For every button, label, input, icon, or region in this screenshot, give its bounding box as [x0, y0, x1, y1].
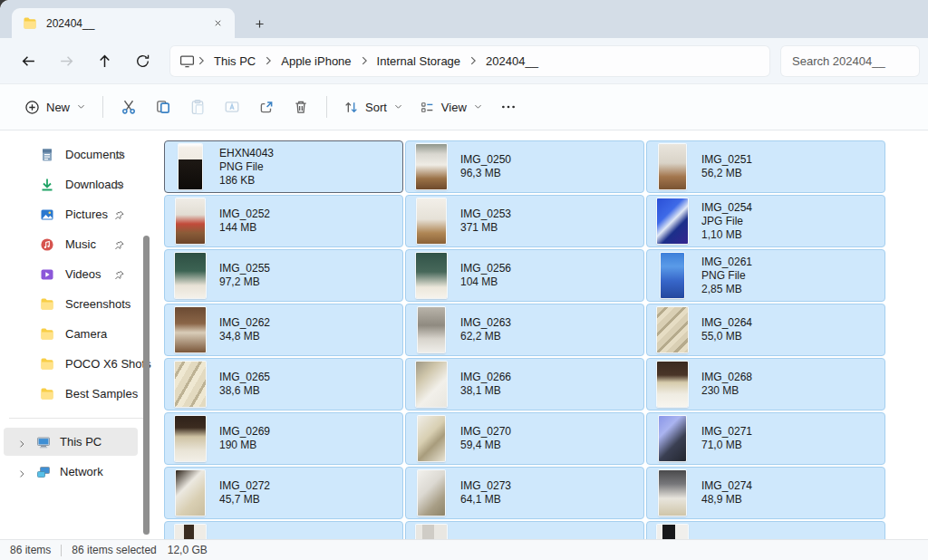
chevron-right-icon[interactable]	[16, 467, 27, 478]
file-tile-IMG_0269[interactable]: IMG_0269190 MB	[164, 412, 403, 465]
sidebar-item-videos[interactable]: Videos	[4, 259, 149, 289]
file-info: IMG_025096,3 MB	[460, 153, 511, 180]
thumbnail-image	[659, 144, 686, 189]
sidebar-scrollbar[interactable]	[143, 236, 150, 535]
breadcrumb-item[interactable]: Apple iPhone	[275, 51, 357, 72]
file-thumbnail	[172, 144, 208, 189]
sidebar-item-downloads[interactable]: Downloads	[4, 169, 149, 199]
file-tile-IMG_0253[interactable]: IMG_0253371 MB	[405, 195, 644, 247]
thumbnail-image	[176, 470, 205, 516]
file-tile-IMG_0263[interactable]: IMG_026362,2 MB	[405, 304, 644, 356]
file-tile-IMG_0256[interactable]: IMG_0256104 MB	[405, 249, 644, 302]
file-tile-partial[interactable]	[164, 521, 403, 539]
selected-count: 86 items selected	[72, 544, 156, 556]
thumbnail-image	[418, 470, 445, 516]
videos-icon	[40, 267, 54, 282]
breadcrumb-item[interactable]: This PC	[208, 51, 262, 72]
file-name: IMG_0272	[219, 479, 270, 493]
chevron-right-icon[interactable]	[16, 437, 27, 448]
paste-button[interactable]	[180, 91, 215, 123]
file-tile-IMG_0251[interactable]: IMG_025156,2 MB	[646, 140, 885, 193]
sidebar-item-best-samples[interactable]: Best Samples	[4, 379, 149, 409]
more-options-button[interactable]	[491, 91, 526, 123]
explorer-tab[interactable]: 202404__	[12, 8, 235, 38]
folder-icon	[23, 16, 37, 31]
refresh-button[interactable]	[127, 45, 158, 76]
file-tile-IMG_0273[interactable]: IMG_027364,1 MB	[405, 467, 644, 519]
breadcrumb-item[interactable]: Internal Storage	[371, 51, 468, 72]
folder-icon	[40, 387, 54, 401]
cut-button[interactable]	[111, 91, 146, 123]
file-type: PNG File	[219, 160, 274, 174]
file-thumbnail	[654, 144, 691, 189]
sort-button[interactable]: Sort	[335, 91, 411, 123]
file-tile-IMG_0268[interactable]: IMG_0268230 MB	[646, 358, 885, 410]
downloads-icon	[40, 178, 54, 192]
address-bar[interactable]: This PCApple iPhoneInternal Storage20240…	[170, 46, 769, 76]
thumbnail-image	[175, 253, 206, 298]
file-size: 62,2 MB	[460, 330, 511, 343]
up-button[interactable]	[89, 45, 120, 76]
file-tile-IMG_0255[interactable]: IMG_025597,2 MB	[164, 249, 403, 302]
view-button[interactable]: View	[411, 91, 491, 123]
file-tile-IMG_0272[interactable]: IMG_027245,7 MB	[164, 467, 403, 519]
sidebar-tree-this-pc[interactable]: This PC	[4, 428, 138, 456]
file-thumbnail	[172, 307, 208, 352]
file-info: IMG_027171,0 MB	[701, 425, 752, 452]
file-info: IMG_026638,1 MB	[460, 371, 511, 398]
file-tile-IMG_0264[interactable]: IMG_026455,0 MB	[646, 304, 885, 356]
sidebar-tree-network[interactable]: Network	[4, 458, 138, 486]
file-name: IMG_0251	[701, 153, 752, 167]
sidebar-item-documents[interactable]: Documents	[4, 140, 149, 169]
file-tile-IMG_0252[interactable]: IMG_0252144 MB	[164, 195, 403, 247]
file-tile-IMG_0270[interactable]: IMG_027059,4 MB	[405, 412, 644, 465]
file-tile-IMG_0274[interactable]: IMG_027448,9 MB	[646, 467, 885, 519]
back-button[interactable]	[13, 45, 44, 76]
new-tab-button[interactable]	[248, 13, 270, 34]
sidebar-item-music[interactable]: Music	[4, 229, 149, 259]
file-tile-IMG_0254[interactable]: IMG_0254JPG File1,10 MB	[646, 195, 885, 247]
new-button[interactable]: New	[16, 91, 94, 123]
sidebar-item-screenshots[interactable]: Screenshots	[4, 289, 149, 319]
forward-button[interactable]	[51, 45, 82, 76]
breadcrumb-item[interactable]: 202404__	[479, 51, 545, 72]
thumbnail-image	[179, 144, 202, 189]
network-icon	[36, 465, 51, 479]
thumbnail-image	[416, 253, 447, 298]
folder-icon	[40, 297, 54, 312]
file-tile-IMG_0262[interactable]: IMG_026234,8 MB	[164, 304, 403, 356]
file-tile-IMG_0265[interactable]: IMG_026538,6 MB	[164, 358, 403, 410]
this-pc-monitor-icon	[179, 53, 195, 69]
file-tile-IMG_0266[interactable]: IMG_026638,1 MB	[405, 358, 644, 410]
sidebar-item-camera[interactable]: Camera	[4, 319, 149, 349]
pin-icon	[113, 268, 125, 280]
view-button-label: View	[441, 101, 467, 114]
file-tile-EHXN4043[interactable]: EHXN4043PNG File186 KB	[164, 140, 403, 193]
sidebar-item-poco-x6-shots[interactable]: POCO X6 Shots	[4, 349, 149, 379]
file-info: IMG_027245,7 MB	[219, 479, 270, 507]
sidebar-item-pictures[interactable]: Pictures	[4, 199, 149, 229]
file-info: IMG_027364,1 MB	[460, 479, 511, 507]
file-size: 2,85 MB	[701, 283, 752, 296]
file-size: 144 MB	[219, 221, 270, 235]
file-thumbnail	[172, 416, 208, 461]
delete-button[interactable]	[284, 91, 318, 123]
search-input[interactable]: Search 202404__	[781, 46, 919, 76]
copy-button[interactable]	[146, 91, 180, 123]
chevron-down-icon	[76, 99, 86, 115]
file-info: IMG_026234,8 MB	[219, 316, 270, 343]
thumbnail-image	[416, 362, 447, 407]
main-area: DocumentsDownloadsPicturesMusicVideosScr…	[0, 130, 928, 539]
tab-close-icon[interactable]	[208, 14, 227, 34]
share-button[interactable]	[249, 91, 284, 123]
file-tile-IMG_0250[interactable]: IMG_025096,3 MB	[405, 140, 644, 193]
file-tile-IMG_0261[interactable]: IMG_0261PNG File2,85 MB	[646, 249, 885, 302]
file-tile-partial[interactable]	[405, 521, 644, 539]
file-info: EHXN4043PNG File186 KB	[219, 147, 274, 188]
file-tile-partial[interactable]	[646, 521, 885, 539]
file-thumbnail	[172, 198, 208, 244]
rename-button[interactable]	[215, 91, 249, 123]
file-info: IMG_026362,2 MB	[460, 316, 511, 343]
file-tile-IMG_0271[interactable]: IMG_027171,0 MB	[646, 412, 885, 465]
file-name: IMG_0270	[460, 425, 511, 439]
